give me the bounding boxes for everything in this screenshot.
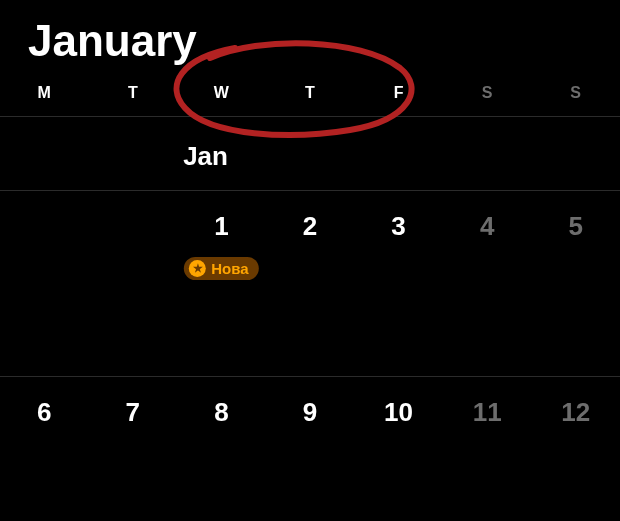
day-cell-10[interactable]: 10 bbox=[354, 377, 443, 428]
day-cell-5[interactable]: 5 bbox=[531, 191, 620, 242]
day-cell-7[interactable]: 7 bbox=[89, 377, 178, 428]
day-cell-1[interactable]: 1 ★ Нова bbox=[177, 191, 266, 242]
week-row-2: 6 7 8 9 10 11 12 bbox=[0, 377, 620, 507]
day-cell-12[interactable]: 12 bbox=[531, 377, 620, 428]
day-cell-empty[interactable] bbox=[0, 191, 89, 211]
day-cell-empty[interactable] bbox=[89, 191, 178, 211]
star-icon: ★ bbox=[189, 260, 206, 277]
month-short-label: Jan bbox=[177, 117, 266, 190]
day-cell-2[interactable]: 2 bbox=[266, 191, 355, 242]
weekday-fri: F bbox=[354, 84, 443, 102]
month-subheading-row: Jan bbox=[0, 117, 620, 191]
event-label: Нова bbox=[211, 260, 248, 277]
weekday-mon: M bbox=[0, 84, 89, 102]
day-cell-9[interactable]: 9 bbox=[266, 377, 355, 428]
weekday-sat: S bbox=[443, 84, 532, 102]
day-cell-11[interactable]: 11 bbox=[443, 377, 532, 428]
day-number: 1 bbox=[214, 211, 228, 241]
weekday-sun: S bbox=[531, 84, 620, 102]
day-cell-3[interactable]: 3 bbox=[354, 191, 443, 242]
week-row-1: 1 ★ Нова 2 3 4 5 bbox=[0, 191, 620, 377]
event-badge[interactable]: ★ Нова bbox=[184, 257, 258, 280]
month-title[interactable]: January bbox=[0, 0, 620, 76]
weekday-tue: T bbox=[89, 84, 178, 102]
day-cell-6[interactable]: 6 bbox=[0, 377, 89, 428]
day-cell-8[interactable]: 8 bbox=[177, 377, 266, 428]
weekday-wed: W bbox=[177, 84, 266, 102]
day-cell-4[interactable]: 4 bbox=[443, 191, 532, 242]
weekday-thu: T bbox=[266, 84, 355, 102]
weekday-header-row: M T W T F S S bbox=[0, 76, 620, 117]
